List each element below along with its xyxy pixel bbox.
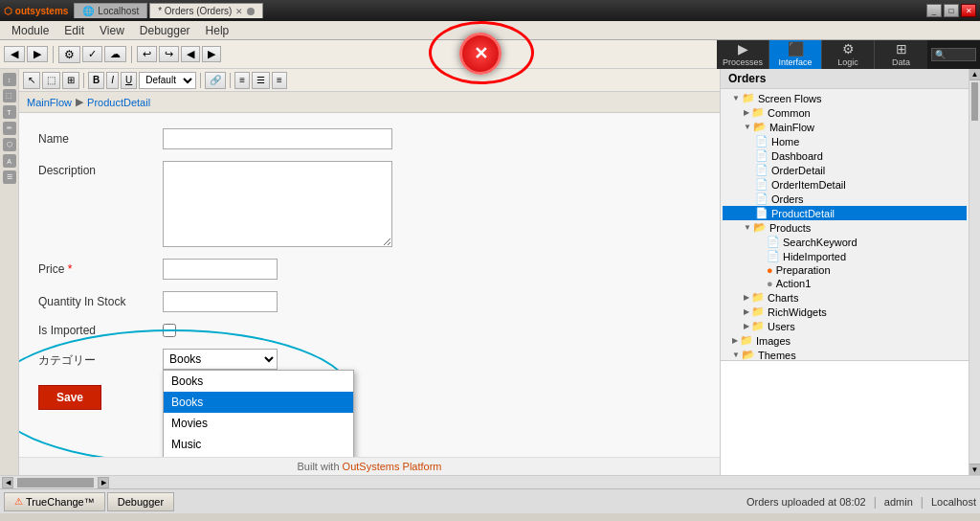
editor-tb-box[interactable]: ⬚: [42, 72, 60, 89]
price-label: Price *: [38, 262, 163, 276]
horizontal-scrollbar[interactable]: ◀ ▶: [0, 475, 980, 488]
scrollbar-up[interactable]: ▲: [969, 69, 980, 80]
category-select[interactable]: Books: [163, 349, 278, 370]
settings-button[interactable]: ⚙: [58, 46, 80, 63]
vertical-scrollbar[interactable]: ▲ ▼: [969, 69, 980, 475]
tree-item-orderdetail[interactable]: 📄 OrderDetail: [723, 163, 967, 177]
publish-button[interactable]: ☁: [104, 46, 126, 62]
hscroll-left[interactable]: ◀: [2, 477, 13, 488]
dropdown-option-books-top[interactable]: Books: [164, 371, 353, 392]
search-input[interactable]: [931, 48, 976, 61]
check-button[interactable]: ✓: [82, 46, 102, 62]
editor-tb-align-right[interactable]: ≡: [272, 72, 287, 89]
sidebar-tool-3[interactable]: T: [3, 105, 16, 119]
back-button[interactable]: ◀: [4, 46, 25, 62]
tree-item-common[interactable]: ▶ 📁 Common: [723, 105, 967, 120]
sidebar-tool-1[interactable]: ↕: [3, 73, 16, 86]
quantity-input[interactable]: [163, 291, 278, 312]
editor-tb-table[interactable]: ⊞: [62, 72, 79, 89]
sidebar-tool-6[interactable]: A: [3, 154, 16, 168]
forward-button[interactable]: ▶: [27, 46, 48, 62]
tree-item-users[interactable]: ▶ 📁 Users: [723, 319, 967, 333]
breadcrumb-productdetail[interactable]: ProductDetail: [87, 97, 150, 108]
category-dropdown-list: Books Books Movies Music Electronics: [163, 370, 354, 457]
hscroll-right[interactable]: ▶: [98, 477, 109, 488]
footer-link[interactable]: OutSystems Platform: [343, 461, 442, 472]
editor-tb-italic[interactable]: I: [106, 72, 119, 89]
menu-module[interactable]: Module: [4, 22, 56, 39]
breadcrumb-mainflow[interactable]: MainFlow: [27, 97, 72, 108]
editor-tb-pointer[interactable]: ↖: [23, 72, 40, 89]
tree-item-searchkeyword[interactable]: 📄 SearchKeyword: [723, 235, 967, 249]
dropdown-option-electronics[interactable]: Electronics: [164, 455, 353, 457]
tab-logic[interactable]: ⚙ Logic: [822, 40, 875, 69]
tree-item-action1[interactable]: ● Action1: [723, 277, 967, 290]
breadcrumb: MainFlow ▶ ProductDetail: [19, 92, 720, 113]
tab-close-icon[interactable]: ✕: [235, 7, 243, 16]
win-minimize-button[interactable]: _: [926, 4, 942, 17]
tb-btn-extra2[interactable]: ▶: [202, 46, 221, 62]
editor-tb-bold[interactable]: B: [88, 72, 104, 89]
tab-truechange[interactable]: ⚠ TrueChange™: [4, 492, 105, 511]
toolbar: ◀ ▶ ⚙ ✓ ☁ ↩ ↪ ◀ ▶: [0, 46, 717, 63]
tree-item-hideimported[interactable]: 📄 HideImported: [723, 249, 967, 263]
tree-area: ▼ 📁 Screen Flows ▶ 📁 Common ▼ 📂 MainFlow: [721, 89, 969, 360]
tab-interface[interactable]: ⬛ Interface: [769, 40, 822, 69]
hscroll-thumb[interactable]: [17, 478, 94, 487]
editor-tb-underline[interactable]: U: [121, 72, 137, 89]
dropdown-option-books-selected[interactable]: Books: [164, 392, 353, 413]
name-input[interactable]: [163, 128, 392, 149]
save-button[interactable]: Save: [38, 385, 101, 410]
is-imported-checkbox[interactable]: [163, 324, 176, 337]
status-user: admin: [884, 496, 913, 508]
tree-item-home[interactable]: 📄 Home: [723, 134, 967, 148]
scrollbar-thumb[interactable]: [971, 82, 978, 121]
tree-item-richwidgets[interactable]: ▶ 📁 RichWidgets: [723, 305, 967, 319]
tab-orders[interactable]: * Orders (Orders) ✕: [149, 3, 263, 18]
win-maximize-button[interactable]: □: [944, 4, 959, 17]
tree-item-orders-page[interactable]: 📄 Orders: [723, 192, 967, 206]
is-imported-row: Is Imported: [38, 324, 701, 337]
menu-help[interactable]: Help: [198, 22, 237, 39]
editor-tb-align-center[interactable]: ☰: [252, 72, 270, 89]
tree-item-orderitemdetail[interactable]: 📄 OrderItemDetail: [723, 177, 967, 192]
status-upload-text: Orders uploaded at 08:02: [746, 496, 866, 508]
left-sidebar: ↕ ⬚ T ✏ ⬡ A ☰: [0, 69, 19, 475]
quantity-row: Quantity In Stock: [38, 291, 701, 312]
tab-processes[interactable]: ▶ Processes: [717, 40, 769, 69]
tree-item-dashboard[interactable]: 📄 Dashboard: [723, 148, 967, 163]
menu-edit[interactable]: Edit: [56, 22, 92, 39]
redo-button[interactable]: ↪: [159, 46, 179, 62]
editor-toolbar: ↖ ⬚ ⊞ B I U Default 🔗 ≡ ☰ ≡: [19, 69, 720, 92]
dropdown-option-movies[interactable]: Movies: [164, 413, 353, 434]
tree-item-preparation[interactable]: ● Preparation: [723, 263, 967, 277]
name-label: Name: [38, 132, 163, 146]
scrollbar-down[interactable]: ▼: [969, 464, 980, 475]
description-input[interactable]: [163, 161, 392, 247]
tree-item-themes[interactable]: ▼ 📂 Themes: [723, 348, 967, 360]
tree-item-images[interactable]: ▶ 📁 Images: [723, 333, 967, 348]
tab-localhost[interactable]: 🌐 Localhost: [74, 3, 147, 18]
close-dialog-button[interactable]: [459, 33, 501, 75]
sidebar-tool-2[interactable]: ⬚: [3, 89, 16, 102]
tab-data[interactable]: ⊞ Data: [875, 40, 927, 69]
tree-item-mainflow[interactable]: ▼ 📂 MainFlow: [723, 120, 967, 134]
menu-view[interactable]: View: [92, 22, 132, 39]
tab-debugger[interactable]: Debugger: [107, 492, 174, 511]
sidebar-tool-4[interactable]: ✏: [3, 122, 16, 135]
tree-item-products[interactable]: ▼ 📂 Products: [723, 220, 967, 235]
tree-item-charts[interactable]: ▶ 📁 Charts: [723, 290, 967, 305]
price-input[interactable]: [163, 259, 278, 280]
tb-btn-extra1[interactable]: ◀: [181, 46, 200, 62]
menu-debugger[interactable]: Debugger: [132, 22, 198, 39]
font-size-select[interactable]: Default: [139, 72, 196, 89]
dropdown-option-music[interactable]: Music: [164, 434, 353, 455]
tree-item-screen-flows[interactable]: ▼ 📁 Screen Flows: [723, 91, 967, 105]
undo-button[interactable]: ↩: [137, 46, 157, 62]
editor-tb-align-left[interactable]: ≡: [234, 72, 250, 89]
editor-tb-link[interactable]: 🔗: [205, 72, 226, 89]
win-close-button[interactable]: ✕: [961, 4, 976, 17]
tree-item-productdetail[interactable]: 📄 ProductDetail: [723, 206, 967, 220]
sidebar-tool-5[interactable]: ⬡: [3, 138, 16, 151]
sidebar-tool-7[interactable]: ☰: [3, 170, 16, 184]
